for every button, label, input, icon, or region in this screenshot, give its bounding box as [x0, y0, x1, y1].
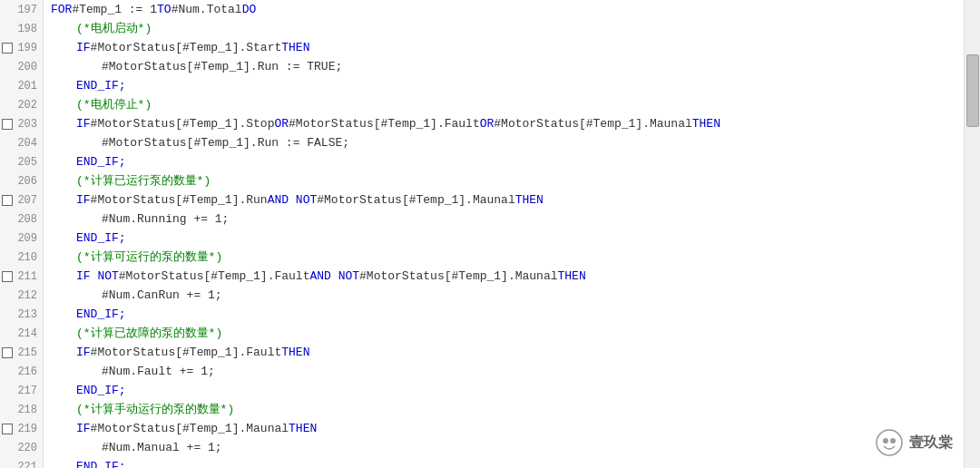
- line-number-201: 201: [0, 76, 43, 95]
- code-area[interactable]: FOR #Temp_1 := 1 TO #Num.Total DO(*电机启动*…: [44, 0, 964, 468]
- watermark-label: 壹玖棠: [909, 434, 953, 453]
- line-number-213: 213: [0, 305, 43, 324]
- line-number-215: 215: [0, 343, 43, 362]
- code-line-203: IF #MotorStatus[#Temp_1].Stop OR #MotorS…: [51, 114, 964, 133]
- svg-point-2: [890, 438, 896, 444]
- line-number-212: 212: [0, 286, 43, 305]
- code-line-213: END_IF;: [51, 305, 964, 324]
- code-line-209: END_IF;: [51, 229, 964, 248]
- editor-container: 1971981992002012022032042052062072082092…: [0, 0, 980, 468]
- line-number-218: 218: [0, 400, 43, 419]
- line-number-214: 214: [0, 324, 43, 343]
- code-line-199: IF #MotorStatus[#Temp_1].Start THEN: [51, 38, 964, 57]
- line-number-220: 220: [0, 438, 43, 457]
- line-number-206: 206: [0, 171, 43, 190]
- code-line-206: (*计算已运行泵的数量*): [51, 171, 964, 190]
- line-number-210: 210: [0, 248, 43, 267]
- line-number-209: 209: [0, 229, 43, 248]
- svg-point-0: [877, 430, 902, 455]
- line-number-199: 199: [0, 38, 43, 57]
- code-line-202: (*电机停止*): [51, 95, 964, 114]
- code-line-220: #Num.Manual += 1;: [51, 438, 964, 457]
- watermark: 壹玖棠: [875, 428, 953, 457]
- line-number-203: 203: [0, 114, 43, 133]
- code-line-216: #Num.Fault += 1;: [51, 362, 964, 381]
- code-line-204: #MotorStatus[#Temp_1].Run := FALSE;: [51, 133, 964, 152]
- code-line-200: #MotorStatus[#Temp_1].Run := TRUE;: [51, 57, 964, 76]
- line-number-217: 217: [0, 381, 43, 400]
- line-number-219: 219: [0, 419, 43, 438]
- scrollbar-thumb[interactable]: [966, 54, 979, 127]
- code-line-219: IF #MotorStatus[#Temp_1].Maunal THEN: [51, 419, 964, 438]
- code-line-197: FOR #Temp_1 := 1 TO #Num.Total DO: [51, 0, 964, 19]
- line-number-216: 216: [0, 362, 43, 381]
- watermark-icon: [875, 428, 904, 457]
- line-number-221: 221: [0, 457, 43, 468]
- code-line-210: (*计算可运行的泵的数量*): [51, 248, 964, 267]
- code-line-217: END_IF;: [51, 381, 964, 400]
- code-line-208: #Num.Running += 1;: [51, 210, 964, 229]
- code-line-215: IF #MotorStatus[#Temp_1].Fault THEN: [51, 343, 964, 362]
- line-number-197: 197: [0, 0, 43, 19]
- code-line-198: (*电机启动*): [51, 19, 964, 38]
- scrollbar[interactable]: [964, 0, 980, 468]
- line-numbers: 1971981992002012022032042052062072082092…: [0, 0, 44, 468]
- code-line-207: IF #MotorStatus[#Temp_1].Run AND NOT #Mo…: [51, 190, 964, 210]
- line-number-205: 205: [0, 152, 43, 171]
- code-line-211: IF NOT #MotorStatus[#Temp_1].Fault AND N…: [51, 267, 964, 286]
- code-line-205: END_IF;: [51, 152, 964, 171]
- line-number-208: 208: [0, 210, 43, 229]
- line-number-211: 211: [0, 267, 43, 286]
- line-number-200: 200: [0, 57, 43, 76]
- code-line-214: (*计算已故障的泵的数量*): [51, 324, 964, 343]
- code-line-201: END_IF;: [51, 76, 964, 95]
- line-number-202: 202: [0, 95, 43, 114]
- code-line-212: #Num.CanRun += 1;: [51, 286, 964, 305]
- line-number-204: 204: [0, 133, 43, 152]
- code-line-218: (*计算手动运行的泵的数量*): [51, 400, 964, 419]
- line-number-198: 198: [0, 19, 43, 38]
- code-line-221: END_IF;: [51, 457, 964, 468]
- svg-point-1: [883, 438, 888, 444]
- line-number-207: 207: [0, 190, 43, 210]
